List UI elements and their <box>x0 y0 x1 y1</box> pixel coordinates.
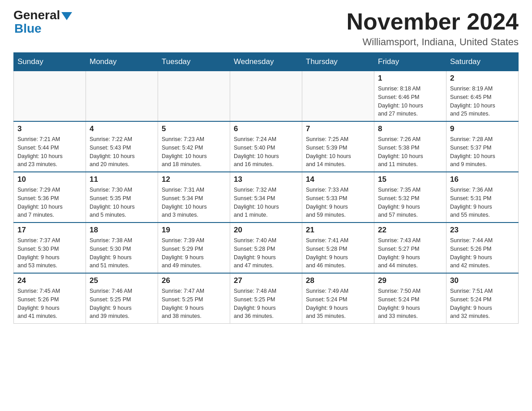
calendar-day-cell: 23Sunrise: 7:44 AM Sunset: 5:26 PM Dayli… <box>446 223 519 273</box>
day-info: Sunrise: 7:51 AM Sunset: 5:24 PM Dayligh… <box>450 287 515 321</box>
day-info: Sunrise: 7:28 AM Sunset: 5:37 PM Dayligh… <box>450 135 515 169</box>
day-number: 22 <box>378 226 442 235</box>
calendar-day-header: Wednesday <box>230 53 302 71</box>
calendar-day-cell: 18Sunrise: 7:38 AM Sunset: 5:30 PM Dayli… <box>86 223 158 273</box>
day-info: Sunrise: 7:32 AM Sunset: 5:34 PM Dayligh… <box>234 186 298 219</box>
calendar-day-cell <box>158 71 230 122</box>
calendar-day-header: Friday <box>374 53 446 71</box>
day-number: 19 <box>162 226 226 235</box>
day-number: 25 <box>90 276 154 285</box>
day-info: Sunrise: 7:47 AM Sunset: 5:25 PM Dayligh… <box>162 287 226 321</box>
calendar-day-header: Thursday <box>302 53 374 71</box>
day-number: 10 <box>17 175 82 184</box>
logo: General Blue <box>13 9 72 36</box>
calendar-day-header: Monday <box>86 53 158 71</box>
day-number: 4 <box>90 124 154 133</box>
page-header: General Blue November 2024 Williamsport,… <box>13 9 519 48</box>
calendar-week-row: 17Sunrise: 7:37 AM Sunset: 5:30 PM Dayli… <box>14 223 519 273</box>
calendar-day-cell: 14Sunrise: 7:33 AM Sunset: 5:33 PM Dayli… <box>302 172 374 223</box>
calendar-day-header: Sunday <box>14 53 86 71</box>
calendar-day-cell: 16Sunrise: 7:36 AM Sunset: 5:31 PM Dayli… <box>446 172 519 223</box>
day-info: Sunrise: 7:35 AM Sunset: 5:32 PM Dayligh… <box>378 186 442 219</box>
day-info: Sunrise: 7:48 AM Sunset: 5:25 PM Dayligh… <box>234 287 298 321</box>
day-number: 11 <box>90 175 154 184</box>
calendar-day-cell: 29Sunrise: 7:50 AM Sunset: 5:24 PM Dayli… <box>374 273 446 324</box>
day-info: Sunrise: 7:37 AM Sunset: 5:30 PM Dayligh… <box>17 236 82 270</box>
day-number: 6 <box>234 124 298 133</box>
calendar-week-row: 3Sunrise: 7:21 AM Sunset: 5:44 PM Daylig… <box>14 121 519 172</box>
calendar-day-cell: 20Sunrise: 7:40 AM Sunset: 5:28 PM Dayli… <box>230 223 302 273</box>
day-number: 9 <box>450 124 515 133</box>
day-number: 17 <box>17 226 82 235</box>
calendar-week-row: 24Sunrise: 7:45 AM Sunset: 5:26 PM Dayli… <box>14 273 519 324</box>
calendar-day-cell: 27Sunrise: 7:48 AM Sunset: 5:25 PM Dayli… <box>230 273 302 324</box>
day-info: Sunrise: 8:19 AM Sunset: 6:45 PM Dayligh… <box>450 85 515 118</box>
day-info: Sunrise: 7:22 AM Sunset: 5:43 PM Dayligh… <box>90 135 154 169</box>
calendar-day-cell: 25Sunrise: 7:46 AM Sunset: 5:25 PM Dayli… <box>86 273 158 324</box>
day-info: Sunrise: 8:18 AM Sunset: 6:46 PM Dayligh… <box>378 85 442 118</box>
day-info: Sunrise: 7:38 AM Sunset: 5:30 PM Dayligh… <box>90 236 154 270</box>
location: Williamsport, Indiana, United States <box>347 36 519 48</box>
day-number: 15 <box>378 175 442 184</box>
day-number: 24 <box>17 276 82 285</box>
calendar-day-cell <box>230 71 302 122</box>
title-section: November 2024 Williamsport, Indiana, Uni… <box>347 9 519 48</box>
month-title: November 2024 <box>347 9 519 34</box>
calendar-day-cell <box>86 71 158 122</box>
day-info: Sunrise: 7:43 AM Sunset: 5:27 PM Dayligh… <box>378 236 442 270</box>
day-info: Sunrise: 7:49 AM Sunset: 5:24 PM Dayligh… <box>306 287 370 321</box>
calendar-day-header: Saturday <box>446 53 519 71</box>
calendar-day-cell: 3Sunrise: 7:21 AM Sunset: 5:44 PM Daylig… <box>14 121 86 172</box>
day-info: Sunrise: 7:26 AM Sunset: 5:38 PM Dayligh… <box>378 135 442 169</box>
calendar-day-cell: 2Sunrise: 8:19 AM Sunset: 6:45 PM Daylig… <box>446 71 519 122</box>
calendar-day-cell: 17Sunrise: 7:37 AM Sunset: 5:30 PM Dayli… <box>14 223 86 273</box>
day-number: 18 <box>90 226 154 235</box>
day-info: Sunrise: 7:46 AM Sunset: 5:25 PM Dayligh… <box>90 287 154 321</box>
calendar-day-cell: 28Sunrise: 7:49 AM Sunset: 5:24 PM Dayli… <box>302 273 374 324</box>
day-info: Sunrise: 7:40 AM Sunset: 5:28 PM Dayligh… <box>234 236 298 270</box>
day-number: 28 <box>306 276 370 285</box>
day-info: Sunrise: 7:44 AM Sunset: 5:26 PM Dayligh… <box>450 236 515 270</box>
day-number: 5 <box>162 124 226 133</box>
day-number: 14 <box>306 175 370 184</box>
calendar-day-cell: 8Sunrise: 7:26 AM Sunset: 5:38 PM Daylig… <box>374 121 446 172</box>
day-number: 2 <box>450 74 515 83</box>
calendar-day-cell: 30Sunrise: 7:51 AM Sunset: 5:24 PM Dayli… <box>446 273 519 324</box>
calendar-day-header: Tuesday <box>158 53 230 71</box>
calendar-week-row: 1Sunrise: 8:18 AM Sunset: 6:46 PM Daylig… <box>14 71 519 122</box>
calendar-day-cell: 22Sunrise: 7:43 AM Sunset: 5:27 PM Dayli… <box>374 223 446 273</box>
calendar-day-cell <box>14 71 86 122</box>
day-number: 16 <box>450 175 515 184</box>
day-info: Sunrise: 7:23 AM Sunset: 5:42 PM Dayligh… <box>162 135 226 169</box>
day-info: Sunrise: 7:31 AM Sunset: 5:34 PM Dayligh… <box>162 186 226 219</box>
day-number: 27 <box>234 276 298 285</box>
logo-general-text: General <box>13 9 60 21</box>
calendar-table: SundayMondayTuesdayWednesdayThursdayFrid… <box>13 52 519 324</box>
day-number: 26 <box>162 276 226 285</box>
day-info: Sunrise: 7:41 AM Sunset: 5:28 PM Dayligh… <box>306 236 370 270</box>
day-info: Sunrise: 7:33 AM Sunset: 5:33 PM Dayligh… <box>306 186 370 219</box>
calendar-day-cell: 24Sunrise: 7:45 AM Sunset: 5:26 PM Dayli… <box>14 273 86 324</box>
calendar-day-cell: 26Sunrise: 7:47 AM Sunset: 5:25 PM Dayli… <box>158 273 230 324</box>
calendar-day-cell <box>302 71 374 122</box>
day-info: Sunrise: 7:30 AM Sunset: 5:35 PM Dayligh… <box>90 186 154 219</box>
day-number: 3 <box>17 124 82 133</box>
calendar-day-cell: 13Sunrise: 7:32 AM Sunset: 5:34 PM Dayli… <box>230 172 302 223</box>
day-info: Sunrise: 7:24 AM Sunset: 5:40 PM Dayligh… <box>234 135 298 169</box>
calendar-day-cell: 6Sunrise: 7:24 AM Sunset: 5:40 PM Daylig… <box>230 121 302 172</box>
calendar-day-cell: 15Sunrise: 7:35 AM Sunset: 5:32 PM Dayli… <box>374 172 446 223</box>
day-info: Sunrise: 7:36 AM Sunset: 5:31 PM Dayligh… <box>450 186 515 219</box>
day-number: 1 <box>378 74 442 83</box>
day-info: Sunrise: 7:25 AM Sunset: 5:39 PM Dayligh… <box>306 135 370 169</box>
day-info: Sunrise: 7:45 AM Sunset: 5:26 PM Dayligh… <box>17 287 82 321</box>
day-number: 13 <box>234 175 298 184</box>
day-number: 7 <box>306 124 370 133</box>
day-info: Sunrise: 7:39 AM Sunset: 5:29 PM Dayligh… <box>162 236 226 270</box>
day-number: 21 <box>306 226 370 235</box>
calendar-week-row: 10Sunrise: 7:29 AM Sunset: 5:36 PM Dayli… <box>14 172 519 223</box>
calendar-day-cell: 1Sunrise: 8:18 AM Sunset: 6:46 PM Daylig… <box>374 71 446 122</box>
calendar-day-cell: 19Sunrise: 7:39 AM Sunset: 5:29 PM Dayli… <box>158 223 230 273</box>
day-number: 8 <box>378 124 442 133</box>
day-number: 23 <box>450 226 515 235</box>
day-info: Sunrise: 7:50 AM Sunset: 5:24 PM Dayligh… <box>378 287 442 321</box>
